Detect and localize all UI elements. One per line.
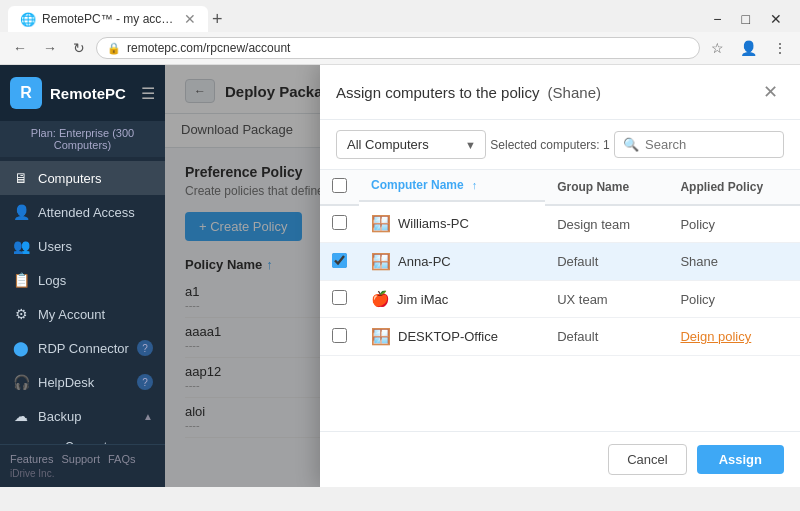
windows-icon: 🪟 [371,214,391,233]
account-icon: ⚙ [12,306,30,322]
computer-name-label: DESKTOP-Office [398,329,498,344]
rdp-help-badge[interactable]: ? [137,340,153,356]
sidebar-label-helpdesk: HelpDesk [38,375,94,390]
favicon: 🌐 [20,12,36,27]
menu-toggle-icon[interactable]: ☰ [141,84,155,103]
windows-icon: 🪟 [371,252,391,271]
browser-tab[interactable]: 🌐 RemotePC™ - my account infor... ✕ [8,6,208,32]
row-checkbox-cell [320,281,359,318]
modal-title-name: (Shane) [548,84,601,101]
forward-nav-button[interactable]: → [38,38,62,58]
sidebar-item-rdp-connector[interactable]: ⬤ RDP Connector ? [0,331,165,365]
support-link[interactable]: Support [61,453,100,465]
refresh-nav-button[interactable]: ↻ [68,38,90,58]
logs-icon: 📋 [12,272,30,288]
row-select-checkbox[interactable] [332,328,347,343]
windows-icon: 🪟 [371,327,391,346]
sidebar-item-users[interactable]: 👥 Users [0,229,165,263]
computer-name-label: Williams-PC [398,216,469,231]
col-name-label: Computer Name [371,178,464,192]
lock-icon: 🔒 [107,42,121,55]
header-group-name: Group Name [545,170,668,205]
modal-title-text: Assign computers to the policy [336,84,539,101]
plan-bar: Plan: Enterprise (300 Computers) [0,121,165,157]
table-body: 🪟 Williams-PC Design team Policy [320,205,800,356]
table-row: 🪟 Anna-PC Default Shane [320,243,800,281]
browser-window: 🌐 RemotePC™ - my account infor... ✕ + − … [0,0,800,65]
user-profile-button[interactable]: 👤 [735,38,762,58]
applied-policy-label: Policy [680,292,715,307]
sidebar-nav: 🖥 Computers 👤 Attended Access 👥 Users 📋 … [0,157,165,444]
sidebar-label-computer-backup: Computer Backup [65,440,153,444]
table-header: Computer Name ↑ Group Name Applied Polic… [320,170,800,205]
window-maximize-button[interactable]: □ [732,8,760,30]
features-link[interactable]: Features [10,453,53,465]
applied-policy-label: Policy [680,217,715,232]
computers-icon: 🖥 [12,170,30,186]
browser-navbar: ← → ↻ 🔒 remotepc.com/rpcnew/account ☆ 👤 … [0,32,800,65]
modal-search-box: 🔍 [614,131,784,158]
users-icon: 👥 [12,238,30,254]
computer-filter-dropdown[interactable]: All Computers [336,130,486,159]
window-minimize-button[interactable]: − [703,8,731,30]
sidebar-label-rdp: RDP Connector [38,341,129,356]
bookmark-button[interactable]: ☆ [706,38,729,58]
sidebar-item-computer-backup[interactable]: 💻 Computer Backup [28,433,165,444]
new-tab-button[interactable]: + [212,10,223,28]
row-computer-name-cell: 🍎 Jim iMac [359,281,545,318]
modal-overlay: Assign computers to the policy (Shane) ✕… [165,65,800,487]
mac-icon: 🍎 [371,290,390,308]
tab-close-icon[interactable]: ✕ [184,11,196,27]
idrive-text: iDrive Inc. [10,465,155,479]
row-checkbox-cell [320,243,359,281]
sidebar-label-backup: Backup [38,409,81,424]
row-group-cell: Default [545,318,668,356]
sidebar-footer: Features Support FAQs iDrive Inc. [0,444,165,487]
faqs-link[interactable]: FAQs [108,453,136,465]
window-close-button[interactable]: ✕ [760,8,792,30]
row-select-checkbox[interactable] [332,253,347,268]
row-select-checkbox[interactable] [332,215,347,230]
select-all-checkbox[interactable] [332,178,347,193]
sidebar: R RemotePC ☰ Plan: Enterprise (300 Compu… [0,65,165,487]
header-computer-name[interactable]: Computer Name ↑ [359,170,545,202]
applied-policy-label: Shane [680,254,718,269]
assign-button[interactable]: Assign [697,445,784,474]
group-name-label: Design team [557,217,630,232]
main-content: ← Deploy Package Download Package Dow...… [165,65,800,487]
back-nav-button[interactable]: ← [8,38,32,58]
row-select-checkbox[interactable] [332,290,347,305]
header-checkbox-col [320,170,359,205]
app-wrapper: R RemotePC ☰ Plan: Enterprise (300 Compu… [0,65,800,487]
extensions-button[interactable]: ⋮ [768,38,792,58]
sidebar-item-my-account[interactable]: ⚙ My Account [0,297,165,331]
search-input[interactable] [645,137,775,152]
row-computer-name-cell: 🪟 Williams-PC [359,205,545,243]
computer-name-label: Anna-PC [398,254,451,269]
computer-name-label: Jim iMac [397,292,448,307]
selected-count-label: Selected computers: 1 [490,138,609,152]
col-name-sort-icon: ↑ [472,179,478,191]
rdp-icon: ⬤ [12,340,30,356]
sidebar-item-attended-access[interactable]: 👤 Attended Access [0,195,165,229]
table-scroll: Computer Name ↑ Group Name Applied Polic… [320,170,800,431]
group-name-label: Default [557,254,598,269]
computers-table: Computer Name ↑ Group Name Applied Polic… [320,170,800,356]
modal-close-button[interactable]: ✕ [757,79,784,105]
attended-access-icon: 👤 [12,204,30,220]
sidebar-item-logs[interactable]: 📋 Logs [0,263,165,297]
sidebar-item-helpdesk[interactable]: 🎧 HelpDesk ? [0,365,165,399]
cancel-button[interactable]: Cancel [608,444,686,475]
row-group-cell: Design team [545,205,668,243]
applied-policy-link[interactable]: Deign policy [680,329,751,344]
sidebar-label-users: Users [38,239,72,254]
row-policy-cell: Policy [668,205,800,243]
address-bar[interactable]: 🔒 remotepc.com/rpcnew/account [96,37,700,59]
logo-text: RemotePC [50,85,126,102]
helpdesk-icon: 🎧 [12,374,30,390]
helpdesk-help-badge[interactable]: ? [137,374,153,390]
sidebar-item-backup[interactable]: ☁ Backup ▲ [0,399,165,433]
sidebar-label-attended-access: Attended Access [38,205,135,220]
row-policy-cell: Shane [668,243,800,281]
sidebar-item-computers[interactable]: 🖥 Computers [0,161,165,195]
